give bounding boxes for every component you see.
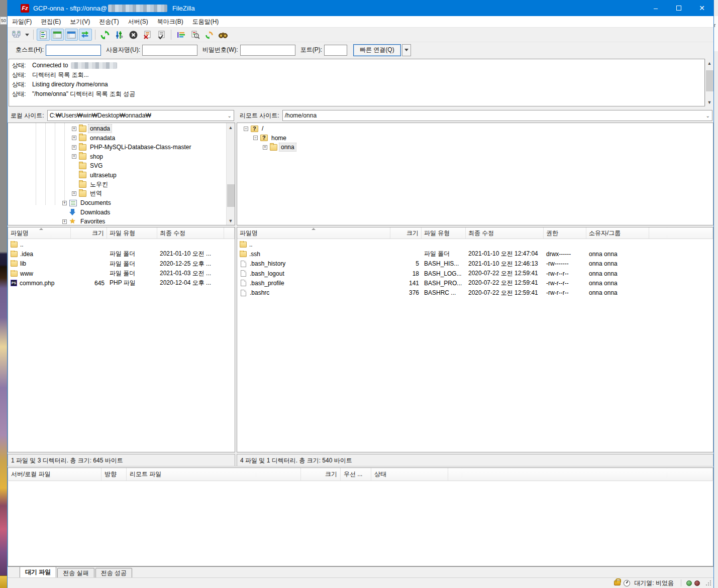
log-scroll-track[interactable]: [705, 67, 714, 98]
column-header[interactable]: 파일 유형: [107, 227, 157, 239]
column-header[interactable]: 최종 수정: [466, 227, 544, 239]
column-header[interactable]: 파일 유형: [422, 227, 466, 239]
tree-expand-icon[interactable]: +: [263, 145, 267, 150]
tree-item[interactable]: ultrasetup: [8, 171, 226, 180]
speed-limit-icon[interactable]: [624, 580, 630, 586]
tree-item[interactable]: +PHP-MySQLi-Database-Class-master: [8, 143, 226, 152]
file-row[interactable]: .idea파일 폴더2021-01-10 오전 ...: [8, 249, 235, 259]
tab-2[interactable]: 전송 성공: [95, 568, 132, 577]
tab-0[interactable]: 대기 파일: [20, 566, 56, 577]
menu-item-0[interactable]: 파일(F): [8, 16, 36, 27]
tree-expand-icon[interactable]: +: [62, 201, 67, 205]
password-input[interactable]: [240, 45, 295, 56]
file-row[interactable]: ..: [8, 240, 235, 249]
log-scroll-thumb[interactable]: [706, 70, 713, 91]
column-header[interactable]: 권한: [544, 227, 586, 239]
queue-column-header[interactable]: 크기: [301, 468, 341, 481]
minimize-button[interactable]: –: [644, 0, 667, 16]
file-row[interactable]: common.php645PHP 파일2020-12-04 오후 ...: [8, 278, 235, 288]
tree-item[interactable]: +Documents: [8, 198, 226, 208]
file-row[interactable]: www파일 폴더2021-01-03 오전 ...: [8, 269, 235, 278]
synchronized-browsing-button[interactable]: [202, 29, 216, 41]
file-row[interactable]: lib파일 폴더2020-12-25 오후 ...: [8, 259, 235, 269]
file-row[interactable]: ..: [237, 240, 713, 249]
tree-expand-icon[interactable]: +: [72, 154, 76, 159]
menu-item-3[interactable]: 전송(T): [94, 16, 123, 27]
file-row[interactable]: .bash_profile141BASH_PRO...2020-07-22 오전…: [237, 278, 713, 288]
tree-expand-icon[interactable]: +: [62, 219, 67, 224]
tree-expand-icon[interactable]: +: [72, 127, 76, 131]
quickconnect-dropdown[interactable]: [402, 44, 411, 56]
queue-column-header[interactable]: 상태: [371, 468, 448, 481]
column-header[interactable]: 크기: [71, 227, 107, 239]
file-row[interactable]: .bash_logout18BASH_LOG...2020-07-22 오전 1…: [237, 269, 713, 278]
log-scrollbar[interactable]: ▲ ▼: [705, 59, 713, 106]
scroll-up-icon[interactable]: ▲: [227, 123, 235, 132]
tree-item[interactable]: SVG: [8, 161, 226, 171]
close-button[interactable]: ✕: [690, 0, 713, 16]
tree-item[interactable]: Downloads: [8, 208, 226, 217]
queue-column-header[interactable]: 서버/로컬 파일: [8, 468, 101, 481]
menu-item-6[interactable]: 도움말(H): [188, 16, 224, 27]
tree-collapse-icon[interactable]: −: [253, 136, 258, 140]
filter-button[interactable]: [174, 29, 187, 41]
chevron-down-icon[interactable]: ⌄: [228, 113, 232, 119]
queue-body[interactable]: [8, 481, 713, 566]
local-path-combobox[interactable]: C:₩Users₩win₩Desktop₩onnada₩ ⌄: [47, 110, 234, 121]
tree-item[interactable]: +onnadata: [8, 134, 226, 143]
tree-item[interactable]: 노우킨: [8, 180, 226, 189]
queue-column-header[interactable]: 방향: [101, 468, 127, 481]
local-tree-scroll-track[interactable]: [227, 132, 235, 216]
port-input[interactable]: [324, 45, 347, 56]
toggle-queue-button[interactable]: [79, 29, 92, 41]
tree-item[interactable]: −home: [237, 134, 713, 143]
menu-item-1[interactable]: 편집(E): [36, 16, 65, 27]
disconnect-button[interactable]: [141, 29, 154, 41]
title-bar[interactable]: Fz GCP-onna - sftp://onna@ FileZilla – ✕: [8, 0, 713, 16]
toggle-local-tree-button[interactable]: [51, 29, 64, 41]
tab-1[interactable]: 전송 실패: [57, 568, 94, 577]
resize-grip[interactable]: [705, 580, 711, 586]
chevron-down-icon[interactable]: ⌄: [706, 113, 710, 119]
tree-item[interactable]: −/: [237, 124, 713, 134]
column-header[interactable]: 최종 수정: [157, 227, 224, 239]
tree-item[interactable]: +shop: [8, 152, 226, 162]
scroll-down-icon[interactable]: ▼: [705, 98, 714, 106]
site-manager-button[interactable]: [10, 29, 23, 41]
process-queue-button[interactable]: [113, 29, 126, 41]
toggle-log-button[interactable]: [37, 29, 50, 41]
host-input[interactable]: [46, 45, 101, 56]
remote-path-combobox[interactable]: /home/onna ⌄: [282, 110, 712, 121]
local-tree-scrollbar[interactable]: ▲ ▼: [226, 123, 235, 225]
tree-expand-icon[interactable]: +: [72, 191, 76, 196]
tree-item[interactable]: +번역: [8, 189, 226, 199]
find-button[interactable]: [217, 29, 230, 41]
tree-expand-icon[interactable]: +: [72, 136, 76, 140]
queue-column-header[interactable]: 리모트 파일: [127, 468, 301, 481]
menu-item-5[interactable]: 북마크(B): [153, 16, 188, 27]
toggle-remote-tree-button[interactable]: [65, 29, 78, 41]
tree-item[interactable]: +Favorites: [8, 217, 226, 225]
tree-item[interactable]: +onnada: [8, 124, 226, 134]
site-manager-dropdown[interactable]: [24, 29, 31, 41]
column-header[interactable]: 크기: [390, 227, 422, 239]
scroll-up-icon[interactable]: ▲: [705, 59, 714, 67]
menu-item-4[interactable]: 서버(S): [124, 16, 153, 27]
reconnect-button[interactable]: [155, 29, 168, 41]
column-header[interactable]: 소유자/그룹: [586, 227, 649, 239]
tree-expand-icon[interactable]: +: [72, 145, 76, 150]
queue-column-header[interactable]: 우선 ...: [341, 468, 371, 481]
tree-collapse-icon[interactable]: −: [244, 127, 248, 131]
tree-item[interactable]: +onna: [237, 143, 713, 152]
quickconnect-button[interactable]: 빠른 연결(Q): [353, 44, 401, 56]
file-row[interactable]: .bash_history5BASH_HIS...2021-01-10 오전 1…: [237, 259, 713, 269]
scroll-down-icon[interactable]: ▼: [227, 216, 235, 225]
refresh-button[interactable]: [98, 29, 112, 41]
local-tree-scroll-thumb[interactable]: [227, 184, 235, 207]
file-row[interactable]: .ssh파일 폴더2021-01-10 오전 12:47:04drwx-----…: [237, 249, 713, 259]
menu-item-2[interactable]: 보기(V): [65, 16, 94, 27]
username-input[interactable]: [142, 45, 197, 56]
compare-button[interactable]: [188, 29, 201, 41]
file-row[interactable]: .bashrc376BASHRC ...2020-07-22 오전 12:59:…: [237, 288, 713, 297]
cancel-button[interactable]: [127, 29, 140, 41]
